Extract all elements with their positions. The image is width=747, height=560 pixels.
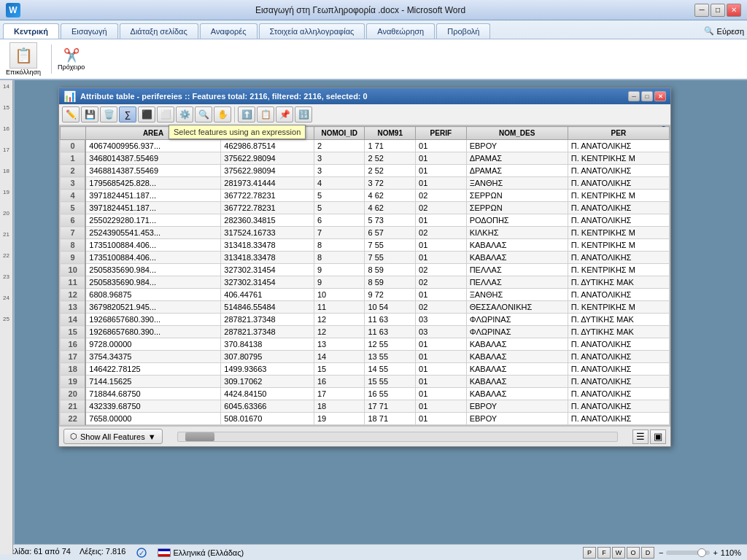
table-row[interactable]: 18 146422.78125 1499.93663 15 14 55 01 Κ… — [61, 363, 670, 376]
table-row[interactable]: 8 1735100884.406... 313418.33478 8 7 55 … — [61, 239, 670, 252]
find-label[interactable]: Εύρεση — [717, 27, 744, 36]
attr-close-button[interactable]: ✕ — [654, 91, 666, 101]
invert-selection-button[interactable]: ⬜ — [157, 106, 174, 122]
close-button[interactable]: ✕ — [727, 4, 741, 17]
table-row[interactable]: 3 1795685425.828... 281973.41444 4 3 72 … — [61, 177, 670, 190]
table-row[interactable]: 11 2505835690.984... 327302.31454 9 8 59… — [61, 276, 670, 289]
table-row[interactable]: 22 7658.00000 508.01670 19 18 71 01 ΕΒΡΟ… — [61, 413, 670, 425]
attr-minimize-button[interactable]: ─ — [628, 91, 640, 101]
area-cell: 2505835690.984... — [85, 276, 221, 289]
save-tool-button[interactable]: 💾 — [81, 106, 98, 122]
table-row[interactable]: 15 19268657680.390... 287821.37348 12 11… — [61, 326, 670, 338]
show-all-features-button[interactable]: ⬡ Show All Features ▼ — [63, 429, 163, 444]
zoom-map-button[interactable]: 🔍 — [195, 106, 212, 122]
nomdes-cell: ΚΙΛΚΗΣ — [466, 227, 568, 239]
tab-references[interactable]: Αναφορές — [200, 23, 258, 39]
zoom-control[interactable]: − + 110% — [659, 548, 741, 557]
delete-tool-button[interactable]: 🗑️ — [100, 106, 117, 122]
tab-review[interactable]: Αναθεώρηση — [366, 23, 435, 39]
tab-page-layout[interactable]: Διάταξη σελίδας — [120, 23, 198, 39]
table-row[interactable]: 12 6808.96875 406.44761 10 9 72 01 ΞΑΝΘΗ… — [61, 289, 670, 301]
language-button[interactable]: Ελληνικά (Ελλάδας) — [158, 547, 244, 559]
app-title: Εισαγωγή στη Γεωπληροφορία .docx - Micro… — [26, 5, 694, 15]
tab-mailings[interactable]: Στοιχεία αλληλογραφίας — [259, 23, 365, 39]
table-row[interactable]: 21 432339.68750 6045.63366 18 17 71 01 Ε… — [61, 400, 670, 413]
nomdes-cell: ΠΕΛΛΑΣ — [466, 264, 568, 276]
perif-cell: 02 — [416, 190, 467, 202]
col-header-nom91[interactable]: NOM91 — [365, 127, 416, 140]
outline-view-button[interactable]: O — [627, 547, 640, 559]
minimize-button[interactable]: ─ — [694, 4, 709, 17]
col-header-per[interactable]: PER — [568, 127, 669, 140]
select-all-button[interactable]: ⬛ — [138, 106, 155, 122]
table-row[interactable]: 6 2550229280.171... 282360.34815 6 5 73 … — [61, 214, 670, 227]
attr-restore-button[interactable]: □ — [641, 91, 653, 101]
select-expression-button[interactable]: ∑ — [119, 106, 136, 122]
nomoi-cell: 12 — [314, 326, 365, 338]
move-selection-top-button[interactable]: ⬆️ — [238, 106, 255, 122]
per-cell: Π. ΑΝΑΤΟΛΙΚΗΣ — [568, 351, 669, 363]
restore-button[interactable]: □ — [711, 4, 725, 17]
attr-table-container[interactable]: AREA NOMOI_ID NOM91 PERIF NOM_DES PER 0 … — [59, 125, 670, 426]
col-header-nomoi[interactable]: NOMOI_ID — [314, 127, 365, 140]
area-cell: 7658.00000 — [85, 413, 221, 425]
web-view-button[interactable]: W — [612, 547, 625, 559]
table-row[interactable]: 4 3971824451.187... 367722.78231 5 4 62 … — [61, 190, 670, 202]
perif-cell: 01 — [416, 140, 467, 152]
print-view-button[interactable]: P — [583, 547, 596, 559]
table-row[interactable]: 19 7144.15625 309.17062 16 15 55 01 ΚΑΒΑ… — [61, 376, 670, 388]
table-row[interactable]: 17 3754.34375 307.80795 14 13 55 01 ΚΑΒΑ… — [61, 351, 670, 363]
table-row[interactable]: 13 3679820521.945... 514846.55484 11 10 … — [61, 301, 670, 314]
row-num-cell: 12 — [61, 289, 86, 301]
area-cell: 1795685425.828... — [85, 177, 221, 190]
scrollbar-thumb[interactable] — [185, 432, 214, 441]
clipboard-icon[interactable]: ✂️ — [63, 47, 80, 63]
zoom-slider[interactable] — [666, 551, 710, 555]
filter-button[interactable]: ⚙️ — [176, 106, 193, 122]
table-row[interactable]: 1 3468014387.55469 375622.98094 3 2 52 0… — [61, 152, 670, 165]
area-cell: 9728.00000 — [85, 338, 221, 351]
per-cell: Π. ΔΥΤΙΚΗΣ ΜΑΚ — [568, 276, 669, 289]
table-row[interactable]: 5 3971824451.187... 367722.78231 5 4 62 … — [61, 202, 670, 214]
full-read-view-button[interactable]: F — [597, 547, 611, 559]
table-row[interactable]: 16 9728.00000 370.84138 13 12 55 01 ΚΑΒΑ… — [61, 338, 670, 351]
zoom-out-button[interactable]: − — [659, 548, 663, 557]
table-view-button[interactable]: ☰ — [632, 429, 649, 444]
zoom-in-button[interactable]: + — [713, 548, 717, 557]
table-row[interactable]: 0 40674009956.937... 462986.87514 2 1 71… — [61, 140, 670, 152]
nomoi-cell: 15 — [314, 363, 365, 376]
per-cell: Π. ΑΝΑΤΟΛΙΚΗΣ — [568, 338, 669, 351]
paste-attr-button[interactable]: 📌 — [276, 106, 293, 122]
nomdes-cell: ΚΑΒΑΛΑΣ — [466, 388, 568, 400]
col-header-nomdes[interactable]: NOM_DES — [466, 127, 568, 140]
copy-button[interactable]: 📋 — [257, 106, 274, 122]
form-view-button[interactable]: ▣ — [650, 429, 666, 444]
table-row[interactable]: 2 3468814387.55469 375622.98094 3 2 52 0… — [61, 165, 670, 177]
col-header-perif[interactable]: PERIF — [416, 127, 467, 140]
main-area: 14 15 16 17 18 19 20 21 22 23 24 25 📊 At… — [0, 80, 747, 554]
table-row[interactable]: 10 2505835690.984... 327302.31454 9 8 59… — [61, 264, 670, 276]
field-calc-button[interactable]: 🔢 — [295, 106, 312, 122]
edit-tool-button[interactable]: ✏️ — [62, 106, 80, 122]
search-icon[interactable]: 🔍 — [704, 26, 714, 36]
horizontal-scrollbar[interactable] — [177, 432, 618, 442]
tab-home[interactable]: Κεντρική — [3, 23, 59, 39]
pan-map-button[interactable]: ✋ — [214, 106, 231, 122]
table-row[interactable]: 7 25243905541.453... 317524.16733 7 6 57… — [61, 227, 670, 239]
nomdes-cell: ΕΒΡΟΥ — [466, 413, 568, 425]
tab-insert[interactable]: Εισαγωγή — [61, 23, 118, 39]
spell-check-icon[interactable]: ✓ — [134, 547, 149, 559]
col2-cell: 327302.31454 — [221, 276, 314, 289]
table-row[interactable]: 20 718844.68750 4424.84150 17 16 55 01 Κ… — [61, 388, 670, 400]
table-row[interactable]: 9 1735100884.406... 313418.33478 8 7 55 … — [61, 252, 670, 264]
zoom-thumb[interactable] — [697, 548, 706, 557]
table-row[interactable]: 14 19268657680.390... 287821.37348 12 11… — [61, 314, 670, 326]
show-all-icon: ⬡ — [70, 432, 77, 441]
svg-text:✓: ✓ — [139, 549, 144, 557]
tab-view[interactable]: Προβολή — [436, 23, 490, 39]
per-cell: Π. ΚΕΝΤΡΙΚΗΣ Μ — [568, 190, 669, 202]
paste-button[interactable]: 📋 — [9, 42, 37, 69]
draft-view-button[interactable]: D — [641, 547, 654, 559]
nom91-cell: 11 63 — [365, 314, 416, 326]
show-all-label: Show All Features — [80, 432, 145, 441]
